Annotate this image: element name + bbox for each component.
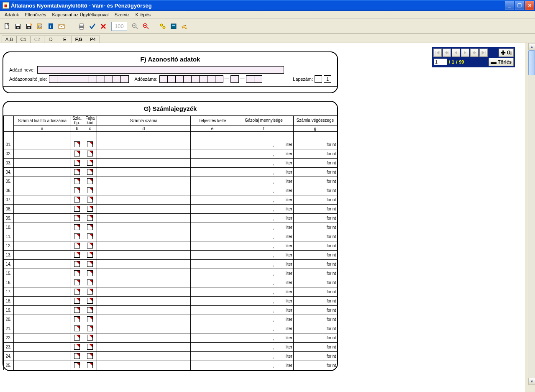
cell-qty[interactable]: ,liter: [234, 159, 293, 168]
cell-invoice[interactable]: [97, 149, 191, 159]
cell-date[interactable]: [190, 306, 234, 315]
cell-qty[interactable]: ,liter: [234, 269, 293, 278]
dropdown-icon[interactable]: [74, 353, 80, 359]
cell-taxnum[interactable]: [13, 140, 71, 149]
dropdown-icon[interactable]: [87, 243, 93, 249]
cell-taxnum[interactable]: [13, 343, 71, 352]
dropdown-icon[interactable]: [74, 233, 80, 239]
taxnum-char[interactable]: [183, 75, 192, 83]
cell-total[interactable]: forint: [293, 205, 337, 214]
scroll-thumb[interactable]: [528, 50, 535, 75]
taxid-char[interactable]: [73, 75, 81, 83]
cell-invoice[interactable]: [97, 297, 191, 306]
cell-qty[interactable]: ,liter: [234, 205, 293, 214]
cell-date[interactable]: [190, 149, 234, 159]
cell-date[interactable]: [190, 159, 234, 168]
cell-code[interactable]: [83, 251, 97, 260]
cell-total[interactable]: forint: [293, 214, 337, 223]
cell-taxnum[interactable]: [13, 177, 71, 186]
dropdown-icon[interactable]: [87, 160, 93, 166]
dropdown-icon[interactable]: [87, 151, 93, 156]
cell-code[interactable]: [83, 205, 97, 214]
calc-button[interactable]: [169, 22, 178, 31]
cell-qty[interactable]: ,liter: [234, 333, 293, 343]
cell-total[interactable]: forint: [293, 195, 337, 205]
cell-code[interactable]: [83, 214, 97, 223]
tab-ab[interactable]: A,B: [2, 36, 17, 43]
cell-type[interactable]: [71, 343, 83, 352]
cell-total[interactable]: forint: [293, 343, 337, 352]
taxid-char[interactable]: [65, 75, 73, 83]
pagenum-box-blank[interactable]: [315, 75, 322, 83]
nav-next-button[interactable]: [461, 49, 469, 57]
taxid-char[interactable]: [89, 75, 97, 83]
taxnum-char[interactable]: [175, 75, 184, 83]
cell-taxnum[interactable]: [13, 287, 71, 297]
cell-taxnum[interactable]: [13, 333, 71, 343]
cell-total[interactable]: forint: [293, 186, 337, 195]
dropdown-icon[interactable]: [74, 160, 80, 166]
cell-taxnum[interactable]: [13, 241, 71, 251]
cell-taxnum[interactable]: [13, 214, 71, 223]
cell-qty[interactable]: ,liter: [234, 287, 293, 297]
cell-code[interactable]: [83, 297, 97, 306]
dropdown-icon[interactable]: [87, 325, 93, 331]
nav-prev-button[interactable]: [452, 49, 460, 57]
dropdown-icon[interactable]: [87, 215, 93, 221]
cell-invoice[interactable]: [97, 195, 191, 205]
taxnum-char[interactable]: [207, 75, 215, 83]
cell-date[interactable]: [190, 205, 234, 214]
dropdown-icon[interactable]: [87, 233, 93, 239]
dropdown-icon[interactable]: [74, 344, 80, 350]
cell-taxnum[interactable]: [13, 251, 71, 260]
taxnum-char[interactable]: [199, 75, 207, 83]
zoom-field[interactable]: 100: [111, 22, 127, 31]
cell-date[interactable]: [190, 140, 234, 149]
taxid-char[interactable]: [120, 75, 129, 83]
cell-date[interactable]: [190, 297, 234, 306]
cell-date[interactable]: [190, 287, 234, 297]
cell-qty[interactable]: ,liter: [234, 140, 293, 149]
taxid-boxes[interactable]: [49, 75, 129, 83]
cell-qty[interactable]: ,liter: [234, 343, 293, 352]
dropdown-icon[interactable]: [74, 289, 80, 295]
cell-qty[interactable]: ,liter: [234, 177, 293, 186]
cell-total[interactable]: forint: [293, 287, 337, 297]
dropdown-icon[interactable]: [74, 307, 80, 313]
cell-type[interactable]: [71, 352, 83, 361]
cell-total[interactable]: forint: [293, 232, 337, 241]
dropdown-icon[interactable]: [87, 141, 93, 147]
cell-date[interactable]: [190, 177, 234, 186]
menu-adatok[interactable]: Adatok: [2, 11, 22, 18]
cell-type[interactable]: [71, 177, 83, 186]
cell-code[interactable]: [83, 195, 97, 205]
cell-type[interactable]: [71, 140, 83, 149]
cell-type[interactable]: [71, 195, 83, 205]
delete-button[interactable]: [99, 22, 108, 31]
cell-type[interactable]: [71, 149, 83, 159]
cell-qty[interactable]: ,liter: [234, 214, 293, 223]
cell-date[interactable]: [190, 232, 234, 241]
cell-code[interactable]: [83, 168, 97, 177]
cell-type[interactable]: [71, 278, 83, 287]
taxid-char[interactable]: [81, 75, 89, 83]
dropdown-icon[interactable]: [74, 206, 80, 212]
cell-type[interactable]: [71, 232, 83, 241]
cell-qty[interactable]: ,liter: [234, 315, 293, 324]
cell-invoice[interactable]: [97, 324, 191, 333]
cell-code[interactable]: [83, 361, 97, 370]
cell-code[interactable]: [83, 140, 97, 149]
dropdown-icon[interactable]: [87, 316, 93, 322]
cell-taxnum[interactable]: [13, 352, 71, 361]
dropdown-icon[interactable]: [74, 187, 80, 193]
cell-taxnum[interactable]: [13, 168, 71, 177]
cell-code[interactable]: [83, 306, 97, 315]
cell-date[interactable]: [190, 260, 234, 269]
dropdown-icon[interactable]: [87, 344, 93, 350]
cell-invoice[interactable]: [97, 260, 191, 269]
new-doc-button[interactable]: [3, 22, 12, 31]
cell-taxnum[interactable]: [13, 269, 71, 278]
cell-code[interactable]: [83, 149, 97, 159]
cell-taxnum[interactable]: [13, 315, 71, 324]
zoom-out-button[interactable]: [131, 22, 140, 31]
